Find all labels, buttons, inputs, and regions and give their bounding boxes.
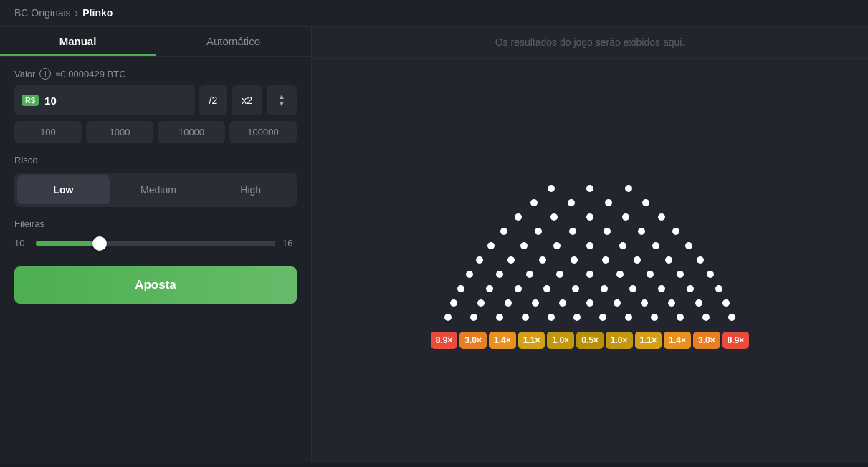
multiplier-cell: 1.0× [547,332,574,349]
pin [647,271,654,278]
right-panel: Os resultados do jogo serão exibidos aqu… [312,27,868,463]
fileiras-section: Fileiras 10 16 [14,218,297,249]
pin [496,271,503,278]
preset-100[interactable]: 100 [14,121,82,143]
pin [605,199,612,206]
stepper-button[interactable]: ▲ ▼ [267,85,297,115]
pin [500,228,507,235]
panel-content: Valor i ≈0.0000429 BTC R$ /2 x2 ▲ ▼ [0,57,311,463]
pin [638,228,645,235]
pin [571,256,578,264]
multiplier-cell: 8.9× [722,332,750,349]
pin [614,299,621,307]
pin [672,228,679,235]
pin [629,285,636,292]
pin [539,256,546,264]
pin [586,242,593,249]
pin [641,299,648,307]
pin [535,228,542,235]
pin [496,314,503,321]
pin [532,299,539,307]
double-button[interactable]: x2 [232,85,262,115]
pin [569,228,576,235]
pin [625,185,632,192]
pin [530,199,538,206]
pin [586,299,593,307]
currency-badge: R$ [22,95,39,106]
pin [728,314,735,321]
pins-container [435,181,745,324]
pin [658,285,665,292]
pin [572,285,579,292]
pin-row [464,253,716,267]
pin-row [532,181,648,196]
slider-max: 16 [282,238,297,249]
preset-row: 100 1000 10000 100000 [14,121,297,143]
pin [444,314,452,321]
valor-input[interactable] [44,95,187,107]
pin [586,185,593,192]
tab-automatico[interactable]: Automático [156,27,311,56]
multiplier-cell: 1.4× [664,332,691,349]
tabs-bar: Manual Automático [0,27,311,57]
pin [487,242,495,249]
pin [543,285,550,292]
pin [470,314,477,321]
fileiras-slider[interactable] [36,241,275,246]
pin [586,213,593,221]
pin-row [440,296,740,310]
pin [619,242,626,249]
breadcrumb-arrow: › [75,7,79,19]
risk-low[interactable]: Low [17,175,110,204]
breadcrumb-parent[interactable]: BC Originais [14,7,71,19]
preset-10000[interactable]: 10000 [158,121,225,143]
multipliers-row: 8.9×3.0×1.4×1.1×1.0×0.5×1.0×1.1×1.4×3.0×… [431,332,750,349]
preset-100000[interactable]: 100000 [229,121,297,143]
info-icon[interactable]: i [39,68,51,80]
pin [622,213,629,221]
multiplier-cell: 3.0× [459,332,487,349]
pin [573,314,581,321]
pin [651,314,658,321]
pin-row [474,239,705,253]
pin [695,299,702,307]
slider-min: 10 [14,238,29,249]
pin [457,285,464,292]
pin [707,271,714,278]
pin [702,314,710,321]
preset-1000[interactable]: 1000 [86,121,153,143]
pin [599,314,606,321]
bet-button[interactable]: Aposta [14,266,297,304]
slider-row: 10 16 [14,236,297,249]
left-panel: Manual Automático Valor i ≈0.0000429 BTC… [0,27,312,463]
risk-high[interactable]: High [204,173,297,207]
multiplier-cell: 0.5× [576,332,604,349]
risk-buttons: Low Medium High [14,173,297,207]
results-text: Os resultados do jogo serão exibidos aqu… [495,37,685,48]
multiplier-cell: 3.0× [693,332,720,349]
multiplier-cell: 1.1× [518,332,545,349]
pin [658,213,665,221]
pin [486,285,493,292]
multiplier-cell: 1.4× [489,332,516,349]
risk-medium[interactable]: Medium [113,173,205,207]
pin [677,314,684,321]
valor-section: Valor i ≈0.0000429 BTC R$ /2 x2 ▲ ▼ [14,68,297,143]
tab-manual[interactable]: Manual [0,27,156,56]
slider-wrap [36,236,275,249]
breadcrumb: BC Originais › Plinko [0,0,868,27]
pin [604,228,611,235]
pin [515,213,522,221]
valor-input-wrap: R$ [14,85,195,115]
pin [556,271,563,278]
pin [722,299,730,307]
pin [477,299,485,307]
multiplier-cell: 8.9× [431,332,458,349]
pin [665,256,672,264]
pin [466,271,473,278]
pin-row [447,281,733,296]
pin [602,256,609,264]
pin [559,299,566,307]
half-button[interactable]: /2 [199,85,228,115]
plinko-area: 8.9×3.0×1.4×1.1×1.0×0.5×1.0×1.1×1.4×3.0×… [312,59,868,463]
